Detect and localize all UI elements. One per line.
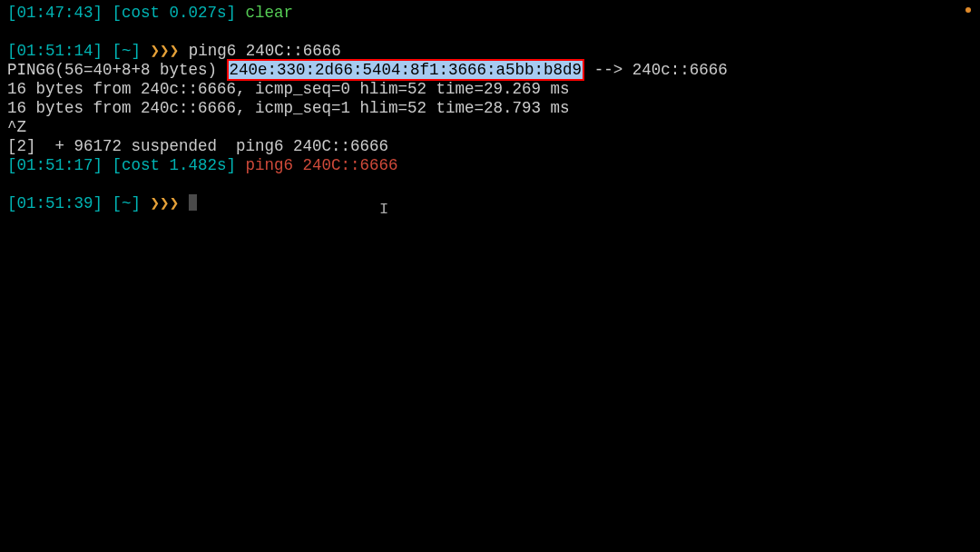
indicator-dot <box>965 7 971 13</box>
terminal-line: [01:51:14] [~] ❯❯❯ ping6 240C::6666 <box>7 42 973 61</box>
terminal-prompt-line[interactable]: [01:51:39] [~] ❯❯❯ <box>7 194 973 213</box>
output-text: --> 240c::6666 <box>584 61 728 79</box>
timestamp: [01:51:39] <box>7 194 103 212</box>
blank-line <box>7 175 973 194</box>
prompt-symbol: ❯❯❯ <box>151 42 180 60</box>
highlighted-box: 240e:330:2d66:5404:8f1:3666:a5bb:b8d9 <box>227 59 585 81</box>
terminal-line: [01:51:17] [cost 1.482s] ping6 240C::666… <box>7 156 973 175</box>
cursor-icon <box>189 194 197 211</box>
terminal-line: [01:47:43] [cost 0.027s] clear <box>7 4 973 23</box>
prompt-symbol: ❯❯❯ <box>151 194 180 212</box>
window-indicator <box>965 7 971 13</box>
terminal-line: 16 bytes from 240c::6666, icmp_seq=1 hli… <box>7 99 973 118</box>
output-text: PING6(56=40+8+8 bytes) <box>7 61 227 79</box>
timestamp: [01:47:43] <box>7 4 103 22</box>
blank-line <box>7 23 973 42</box>
selected-text[interactable]: 240e:330:2d66:5404:8f1:3666:a5bb:b8d9 <box>229 61 583 79</box>
timestamp: [01:51:14] <box>7 42 103 60</box>
terminal-line: PING6(56=40+8+8 bytes) 240e:330:2d66:540… <box>7 61 973 80</box>
command-text: ping6 240C::6666 <box>246 156 398 174</box>
terminal-line: [2] + 96172 suspended ping6 240C::6666 <box>7 137 973 156</box>
path-label: [~] <box>113 194 142 212</box>
timestamp: [01:51:17] <box>7 156 103 174</box>
cost-label: [cost 1.482s] <box>113 156 237 174</box>
terminal-line: ^Z <box>7 118 973 137</box>
command-text: clear <box>246 4 294 22</box>
terminal-line: 16 bytes from 240c::6666, icmp_seq=0 hli… <box>7 80 973 99</box>
cost-label: [cost 0.027s] <box>113 4 237 22</box>
path-label: [~] <box>113 42 142 60</box>
command-text: ping6 240C::6666 <box>189 42 341 60</box>
text-cursor-icon: I <box>379 200 388 219</box>
